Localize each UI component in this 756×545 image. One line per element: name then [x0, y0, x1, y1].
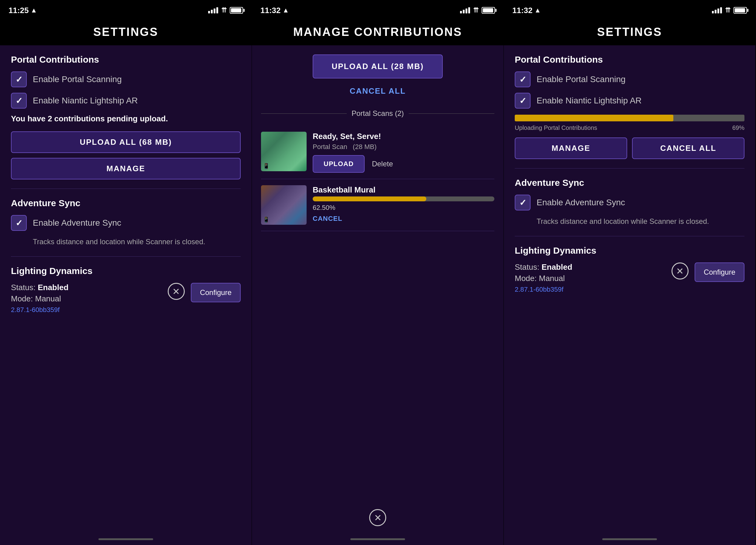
scan-thumb-icon-2: 📱 — [263, 216, 270, 223]
page-title-left: SETTINGS — [0, 19, 252, 45]
cancel-all-btn-mid[interactable]: CANCEL ALL — [347, 83, 409, 99]
lighting-row: Status: Enabled Mode: Manual 2.87.1-60bb… — [11, 283, 241, 314]
enable-portal-scanning-row[interactable]: ✓ Enable Portal Scanning — [11, 71, 241, 87]
battery-right — [734, 7, 747, 14]
status-right-mid: ⇈ — [460, 6, 495, 14]
divider-2 — [11, 256, 241, 257]
upload-progress-info: Uploading Portal Contributions 69% — [515, 124, 744, 131]
battery-fill-right — [735, 8, 745, 12]
status-label: Status: — [11, 283, 36, 292]
scan-actions-2: Cancel — [313, 215, 494, 222]
scan-details-2: Basketball Mural 62.50% Cancel — [313, 185, 494, 222]
status-bar-mid: 11:32 ▲ ⇈ — [252, 0, 503, 19]
enable-portal-scanning-checkbox[interactable]: ✓ — [11, 71, 27, 87]
sync-description-right: Tracks distance and location while Scann… — [537, 216, 744, 227]
wifi-icon: ⇈ — [221, 6, 227, 14]
lighting-info: Status: Enabled Mode: Manual 2.87.1-60bb… — [11, 283, 162, 314]
screen-settings-left: 11:25 ▲ ⇈ SETTINGS Portal Contributions — [0, 0, 252, 545]
scan-item-1: 📱 Ready, Set, Serve! Portal Scan (28 MB)… — [261, 126, 494, 179]
manage-button[interactable]: MANAGE — [11, 158, 241, 179]
time-display-right: 11:32 — [512, 6, 533, 15]
battery-fill — [231, 8, 241, 12]
screen-settings-right: 11:32 ▲ ⇈ SETTINGS Portal Contributions — [504, 0, 756, 545]
enable-sync-row[interactable]: ✓ Enable Adventure Sync — [11, 215, 241, 231]
wifi-icon-mid: ⇈ — [473, 6, 479, 14]
signal-bar-3 — [214, 9, 215, 13]
cancel-scan-2-btn[interactable]: Cancel — [313, 215, 342, 222]
divider-r1 — [515, 168, 744, 168]
mode-row-right: Mode: Manual — [515, 274, 665, 283]
delete-scan-1-btn[interactable]: Delete — [372, 160, 393, 168]
upload-all-btn-mid[interactable]: UPLOAD ALL (28 MB) — [313, 54, 442, 78]
mode-value-right: Manual — [539, 274, 565, 283]
portal-contributions-section: Portal Contributions ✓ Enable Portal Sca… — [11, 54, 241, 179]
progress-text-2: 62.50% — [313, 204, 494, 212]
enable-lightship-row-right[interactable]: ✓ Enable Niantic Lightship AR — [515, 93, 744, 109]
signal-bar-2 — [211, 10, 213, 13]
battery-mid — [482, 7, 495, 14]
enable-lightship-label-right: Enable Niantic Lightship AR — [537, 96, 642, 105]
adventure-sync-section-right: Adventure Sync ✓ Enable Adventure Sync T… — [515, 178, 744, 227]
status-value-right: Enabled — [541, 262, 572, 271]
scan-item-2: 📱 Basketball Mural 62.50% Cancel — [261, 179, 494, 231]
signal-bar-1 — [208, 11, 210, 13]
enable-lightship-checkbox[interactable]: ✓ — [11, 93, 27, 109]
scan-list: 📱 Ready, Set, Serve! Portal Scan (28 MB)… — [252, 121, 503, 236]
page-title-right: SETTINGS — [504, 19, 755, 45]
cancel-all-btn-right[interactable]: CANCEL ALL — [632, 137, 744, 159]
scan-thumb-1: 📱 — [261, 132, 307, 171]
enable-lightship-row[interactable]: ✓ Enable Niantic Lightship AR — [11, 93, 241, 109]
configure-button[interactable]: Configure — [191, 283, 241, 302]
upload-all-button[interactable]: UPLOAD ALL (68 MB) — [11, 131, 241, 153]
mode-label: Mode: — [11, 294, 33, 303]
battery-icon — [230, 7, 243, 14]
enable-sync-label-right: Enable Adventure Sync — [537, 198, 625, 207]
check-icon-3: ✓ — [15, 218, 22, 228]
close-icon-right[interactable]: ✕ — [672, 262, 689, 280]
status-row-right: Status: Enabled — [515, 262, 665, 272]
upload-progress-bar — [515, 115, 744, 121]
progress-bar-2 — [313, 196, 494, 201]
home-indicator-right — [602, 538, 657, 540]
close-icon-mid[interactable]: ✕ — [369, 509, 386, 526]
portal-contributions-title: Portal Contributions — [11, 54, 241, 65]
portal-contributions-section-right: Portal Contributions ✓ Enable Portal Sca… — [515, 54, 744, 159]
enable-portal-scanning-row-right[interactable]: ✓ Enable Portal Scanning — [515, 71, 744, 87]
signal-bars-mid — [460, 7, 470, 13]
location-icon-mid: ▲ — [283, 6, 289, 14]
manage-btn-right[interactable]: MANAGE — [515, 137, 627, 159]
scan-thumb-2: 📱 — [261, 185, 307, 225]
signal-bar-4r — [720, 7, 722, 13]
configure-btn-right[interactable]: Configure — [695, 262, 744, 282]
upload-progress-percent: 69% — [732, 124, 744, 131]
status-value: Enabled — [38, 283, 68, 292]
page-title-mid: MANAGE CONTRIBUTIONS — [252, 19, 503, 45]
content-left: Portal Contributions ✓ Enable Portal Sca… — [0, 45, 252, 532]
lighting-row-right: Status: Enabled Mode: Manual 2.87.1-60bb… — [515, 262, 744, 294]
lighting-dynamics-section-right: Lighting Dynamics Status: Enabled Mode: … — [515, 245, 744, 294]
signal-bars-right — [712, 7, 722, 13]
home-indicator — [98, 538, 153, 540]
enable-sync-row-right[interactable]: ✓ Enable Adventure Sync — [515, 195, 744, 210]
enable-sync-checkbox[interactable]: ✓ — [11, 215, 27, 231]
close-icon[interactable]: ✕ — [168, 283, 185, 300]
pending-text: You have 2 contributions pending upload. — [11, 114, 241, 123]
upload-progress-fill — [515, 115, 673, 121]
scan-size-1: Portal Scan (28 MB) — [313, 143, 494, 151]
signal-bars — [208, 7, 218, 13]
portal-scans-label: Portal Scans (2) — [352, 109, 404, 118]
upload-scan-1-btn[interactable]: UPLOAD — [313, 155, 365, 173]
enable-lightship-checkbox-right[interactable]: ✓ — [515, 93, 531, 109]
home-indicator-mid — [350, 538, 405, 540]
enable-sync-checkbox-right[interactable]: ✓ — [515, 195, 531, 210]
manage-content: UPLOAD ALL (28 MB) CANCEL ALL Portal Sca… — [252, 45, 503, 500]
enable-portal-scanning-label: Enable Portal Scanning — [33, 74, 122, 84]
bottom-area-mid: ✕ — [252, 500, 503, 532]
enable-portal-scanning-checkbox-right[interactable]: ✓ — [515, 71, 531, 87]
signal-bar-1r — [712, 11, 714, 13]
status-bar-right: 11:32 ▲ ⇈ — [504, 0, 755, 19]
signal-bar-3m — [466, 9, 467, 13]
divider-1 — [11, 188, 241, 189]
enable-sync-label: Enable Adventure Sync — [33, 218, 121, 228]
status-right: ⇈ — [208, 6, 243, 14]
